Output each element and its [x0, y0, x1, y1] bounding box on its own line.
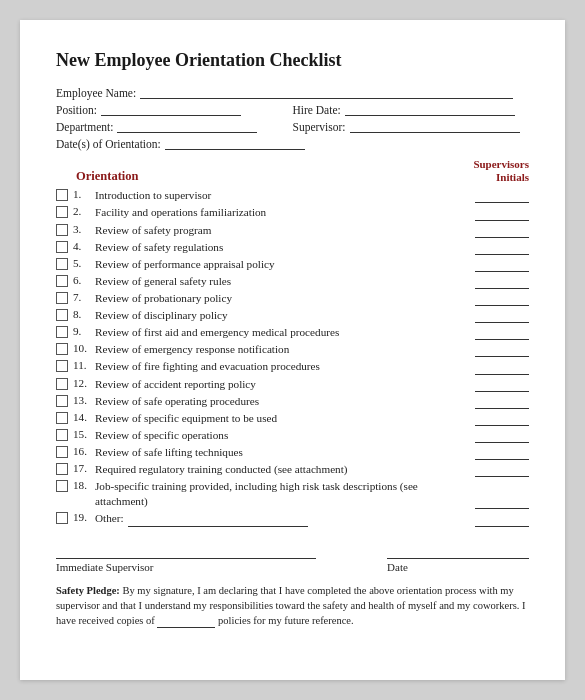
checkbox[interactable]: [56, 378, 68, 390]
department-input[interactable]: [117, 119, 257, 133]
item-num: 1.: [73, 188, 95, 200]
initials-line[interactable]: [475, 430, 529, 443]
checkbox[interactable]: [56, 309, 68, 321]
initials-line[interactable]: [475, 447, 529, 460]
checklist-item: 4.Review of safety regulations: [56, 240, 529, 255]
checkbox[interactable]: [56, 326, 68, 338]
initials-line[interactable]: [475, 413, 529, 426]
dates-row: Date(s) of Orientation:: [56, 136, 529, 150]
supervisor-label: Supervisor:: [293, 121, 346, 133]
checkbox[interactable]: [56, 429, 68, 441]
item-text: Review of safe lifting techniques: [95, 445, 467, 460]
checkbox[interactable]: [56, 446, 68, 458]
initials-line[interactable]: [475, 514, 529, 527]
position-input[interactable]: [101, 102, 241, 116]
item-num: 10.: [73, 342, 95, 354]
policies-blank[interactable]: [157, 616, 215, 628]
supervisor-sig-line[interactable]: [56, 545, 316, 559]
initials-line[interactable]: [475, 208, 529, 221]
item-text: Review of safe operating procedures: [95, 394, 467, 409]
checklist-item: 12.Review of accident reporting policy: [56, 377, 529, 392]
item-text: Review of performance appraisal policy: [95, 257, 467, 272]
employee-name-row: Employee Name:: [56, 85, 529, 99]
checkbox[interactable]: [56, 343, 68, 355]
initials-line[interactable]: [475, 396, 529, 409]
initials-line[interactable]: [475, 276, 529, 289]
checklist-item: 15.Review of specific operations: [56, 428, 529, 443]
checkbox[interactable]: [56, 275, 68, 287]
item-num: 17.: [73, 462, 95, 474]
item-num: 8.: [73, 308, 95, 320]
checkbox[interactable]: [56, 512, 68, 524]
checklist-item: 9.Review of first aid and emergency medi…: [56, 325, 529, 340]
initials-line[interactable]: [475, 190, 529, 203]
initials-line[interactable]: [475, 310, 529, 323]
item-text: Review of fire fighting and evacuation p…: [95, 359, 467, 374]
employee-name-input[interactable]: [140, 85, 513, 99]
item-num: 3.: [73, 223, 95, 235]
checkbox[interactable]: [56, 360, 68, 372]
hire-date-input[interactable]: [345, 102, 515, 116]
item-num: 9.: [73, 325, 95, 337]
checkbox[interactable]: [56, 224, 68, 236]
checklist-item: 11.Review of fire fighting and evacuatio…: [56, 359, 529, 374]
item-text: Introduction to supervisor: [95, 188, 467, 203]
checklist-item: 10.Review of emergency response notifica…: [56, 342, 529, 357]
date-sig-line[interactable]: [387, 545, 529, 559]
checkbox[interactable]: [56, 292, 68, 304]
item-text: Review of safety program: [95, 223, 467, 238]
checkbox[interactable]: [56, 258, 68, 270]
checklist-item: 5.Review of performance appraisal policy: [56, 257, 529, 272]
item-num: 18.: [73, 479, 95, 491]
orientation-label: Orientation: [56, 169, 139, 184]
checklist-item: 3.Review of safety program: [56, 223, 529, 238]
dates-input[interactable]: [165, 136, 305, 150]
initials-line[interactable]: [475, 259, 529, 272]
item-text: Review of specific equipment to be used: [95, 411, 467, 426]
item-text: Review of disciplinary policy: [95, 308, 467, 323]
item-num: 12.: [73, 377, 95, 389]
checkbox[interactable]: [56, 480, 68, 492]
checklist-items: 1.Introduction to supervisor2.Facility a…: [56, 188, 529, 526]
item-num: 19.: [73, 511, 95, 523]
checkbox[interactable]: [56, 241, 68, 253]
position-label: Position:: [56, 104, 97, 116]
checkbox[interactable]: [56, 189, 68, 201]
checkbox[interactable]: [56, 412, 68, 424]
other-input-line[interactable]: [128, 515, 308, 527]
checklist-item: 14.Review of specific equipment to be us…: [56, 411, 529, 426]
item-text: Review of general safety rules: [95, 274, 467, 289]
checklist-item: 13.Review of safe operating procedures: [56, 394, 529, 409]
item-text: Required regulatory training conducted (…: [95, 462, 467, 477]
initials-line[interactable]: [475, 464, 529, 477]
initials-line[interactable]: [475, 242, 529, 255]
item-text: Review of specific operations: [95, 428, 467, 443]
item-text: Review of accident reporting policy: [95, 377, 467, 392]
checklist-item: 1.Introduction to supervisor: [56, 188, 529, 203]
initials-line[interactable]: [475, 496, 529, 509]
item-num: 13.: [73, 394, 95, 406]
checkbox[interactable]: [56, 206, 68, 218]
checklist-item: 7.Review of probationary policy: [56, 291, 529, 306]
position-hiredate-row: Position: Hire Date:: [56, 102, 529, 116]
item-num: 15.: [73, 428, 95, 440]
checklist-section: Orientation Supervisors Initials 1.Intro…: [56, 158, 529, 527]
initials-line[interactable]: [475, 327, 529, 340]
item-num: 4.: [73, 240, 95, 252]
item-text: Review of safety regulations: [95, 240, 467, 255]
initials-line[interactable]: [475, 379, 529, 392]
initials-line[interactable]: [475, 225, 529, 238]
checkbox[interactable]: [56, 395, 68, 407]
supervisor-input[interactable]: [350, 119, 520, 133]
initials-line[interactable]: [475, 293, 529, 306]
checklist-item: 8.Review of disciplinary policy: [56, 308, 529, 323]
date-label: Date: [387, 561, 408, 573]
checklist-item: 17.Required regulatory training conducte…: [56, 462, 529, 477]
checklist-item: 18.Job-specific training provided, inclu…: [56, 479, 529, 509]
item-num: 11.: [73, 359, 95, 371]
checkbox[interactable]: [56, 463, 68, 475]
initials-line[interactable]: [475, 362, 529, 375]
checklist-item: 6.Review of general safety rules: [56, 274, 529, 289]
initials-line[interactable]: [475, 344, 529, 357]
item-num: 7.: [73, 291, 95, 303]
